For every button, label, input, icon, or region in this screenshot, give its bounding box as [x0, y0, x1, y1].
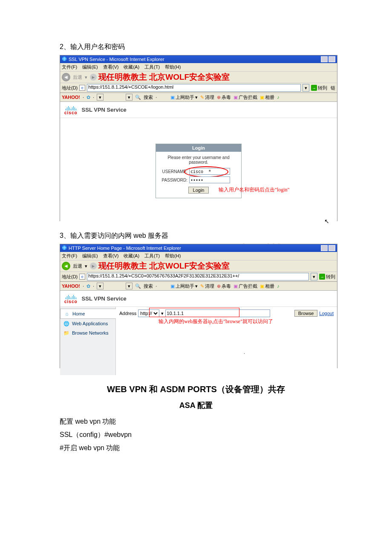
yahoo-dropdown[interactable]: ▾ [97, 283, 104, 289]
menu-fav[interactable]: 收藏(A) [124, 64, 139, 70]
menu-tools[interactable]: 工具(T) [144, 64, 160, 70]
dot: · [156, 95, 157, 100]
menu-file[interactable]: 文件(F) [62, 253, 77, 259]
sidebar-item-browse[interactable]: 📁 Browse Networks [60, 328, 115, 338]
menu-tools[interactable]: 工具(T) [144, 253, 160, 259]
username-row: USERNAME: [161, 168, 236, 175]
ie-icon [62, 56, 67, 62]
addressbar: 地址(D) e https://151.8.1.254/+CSCOE+/logo… [60, 83, 337, 93]
titlebar: HTTP Server Home Page - Microsoft Intern… [60, 244, 337, 252]
address-label: Address [119, 311, 136, 316]
dot-artifact: . [244, 350, 245, 355]
yahoo-logo: YAHOO! [62, 95, 80, 100]
ip-input[interactable] [165, 309, 270, 317]
ie-window-1: SSL VPN Service - Microsoft Internet Exp… [60, 55, 337, 221]
menu-edit[interactable]: 编辑(E) [82, 253, 98, 259]
login-prompt: Please enter your username and password. [161, 155, 236, 165]
sidebar-item-webapps[interactable]: 🌐 Web Applications [60, 319, 115, 328]
toolbar-adblock[interactable]: ▣广告拦截 [233, 283, 257, 289]
toolbar-antivirus[interactable]: ⊕杀毒 [217, 94, 231, 101]
toolbar-assistant[interactable]: ▣上网助手▾ [170, 283, 198, 289]
maximize-button[interactable] [329, 56, 335, 62]
sidebar-item-label: Browse Networks [72, 330, 109, 335]
star-icon: ✿ [86, 95, 90, 100]
annotation-browse: 输入内网的web服务器ip,点击"browse"就可以访问了 [159, 318, 273, 325]
yahoo-toolbar: YAHOO! · ✿ · ▾ ▾ 🔍 搜索 · ▣上网助手▾ ✎清理 ⊕杀毒 ▣… [60, 282, 337, 291]
doc-line-2: SSL（config）#webvpn [60, 431, 332, 439]
toolbar-album[interactable]: ▣相册 [260, 283, 274, 289]
go-button[interactable]: → 转到 [319, 274, 335, 280]
sidebar-item-home[interactable]: ⌂ Home [60, 309, 116, 319]
minimize-button[interactable] [321, 56, 328, 62]
links-label: 链 [331, 85, 335, 91]
go-icon: → [319, 274, 325, 280]
doc-subtitle: ASA 配置 [60, 400, 332, 410]
ie-icon [62, 245, 67, 251]
menu-view[interactable]: 查看(V) [103, 253, 119, 259]
yahoo-logo: YAHOO! [62, 283, 80, 289]
yahoo-toolbar: YAHOO! · ✿ · ▾ ▾ 🔍 搜索 · ▣上网助手▾ ✎清理 ⊕杀毒 ▣… [60, 93, 337, 102]
toolbar-album[interactable]: ▣相册 [260, 94, 274, 101]
stop-icon[interactable]: ✕ [104, 263, 110, 269]
address-input[interactable]: https://151.8.1.254/+CSCOE+/logon.html [87, 84, 301, 92]
cisco-text: cisco [64, 110, 78, 115]
login-button[interactable]: Login [188, 187, 209, 194]
sidebar-item-label: Web Applications [72, 321, 108, 326]
forward-button[interactable]: ► [90, 74, 97, 81]
address-label: 地址(D) [62, 274, 78, 280]
cisco-text: cisco [64, 299, 78, 304]
toolbar-assistant[interactable]: ▣上网助手▾ [170, 94, 198, 101]
search-label: 搜索 [144, 94, 153, 101]
home-icon: ⌂ [64, 311, 70, 317]
menu-file[interactable]: 文件(F) [62, 64, 77, 70]
address-label: 地址(D) [62, 85, 78, 91]
watermark-text: 现任明教教主 北京WOLF安全实验室 [98, 260, 230, 272]
password-input[interactable] [189, 176, 230, 183]
search-icon: 🔍 [135, 283, 141, 289]
ssl-body: ⌂ Home 🌐 Web Applications 📁 Browse Netwo… [60, 307, 337, 375]
address-dropdown[interactable]: ▾ [303, 84, 309, 92]
back-button[interactable]: ◄ [62, 262, 70, 270]
toolbar-clean[interactable]: ✎清理 [200, 283, 214, 289]
cisco-header: cisco SSL VPN Service [60, 102, 337, 118]
login-header: Login [156, 144, 241, 152]
menu-help[interactable]: 帮助(H) [165, 64, 181, 70]
menubar: 文件(F) 编辑(E) 查看(V) 收藏(A) 工具(T) 帮助(H) [60, 63, 337, 72]
stop-icon[interactable]: ✕ [104, 74, 110, 80]
browse-button[interactable]: Browse [294, 310, 318, 317]
address-input[interactable]: https://151.8.1.254/+CSC0+00756767633A2F… [87, 273, 309, 280]
music-icon[interactable]: ♪ [277, 283, 280, 289]
menu-fav[interactable]: 收藏(A) [124, 253, 139, 259]
toolbar-adblock[interactable]: ▣广告拦截 [233, 94, 257, 101]
search-dropdown[interactable]: ▾ [126, 94, 133, 101]
menu-view[interactable]: 查看(V) [103, 64, 119, 70]
cursor-icon: ↖ [324, 218, 329, 225]
content-area: cisco SSL VPN Service ⌂ Home 🌐 Web Appli… [60, 291, 337, 375]
toolbar-antivirus[interactable]: ⊕杀毒 [217, 283, 231, 289]
back-button[interactable]: ◄ [62, 73, 70, 81]
folder-icon: 📁 [63, 330, 69, 336]
search-dropdown[interactable]: ▾ [126, 283, 133, 289]
titlebar: SSL VPN Service - Microsoft Internet Exp… [60, 55, 337, 63]
yahoo-dropdown[interactable]: ▾ [97, 94, 104, 101]
logout-link[interactable]: Logout [319, 311, 334, 316]
sidebar-item-label: Home [72, 311, 85, 316]
password-row: PASSWORD: [161, 176, 236, 183]
address-dropdown[interactable]: ▾ [311, 273, 317, 280]
menu-help[interactable]: 帮助(H) [165, 253, 181, 259]
scheme-select[interactable]: http:// [138, 309, 159, 317]
music-icon[interactable]: ♪ [277, 95, 280, 100]
step2-label: 2、输入用户名和密码 [60, 43, 332, 52]
username-input[interactable] [189, 168, 230, 175]
minimize-button[interactable] [321, 245, 328, 251]
ssl-service-label: SSL VPN Service [82, 295, 127, 302]
maximize-button[interactable] [329, 245, 335, 251]
go-button[interactable]: → 转到 [311, 85, 327, 91]
dot: · [83, 95, 84, 100]
password-label: PASSWORD: [161, 178, 187, 182]
globe-icon: 🌐 [63, 321, 69, 327]
forward-button[interactable]: ► [90, 263, 97, 269]
menu-edit[interactable]: 编辑(E) [82, 64, 98, 70]
search-label: 搜索 [144, 283, 153, 289]
toolbar-clean[interactable]: ✎清理 [200, 94, 214, 101]
